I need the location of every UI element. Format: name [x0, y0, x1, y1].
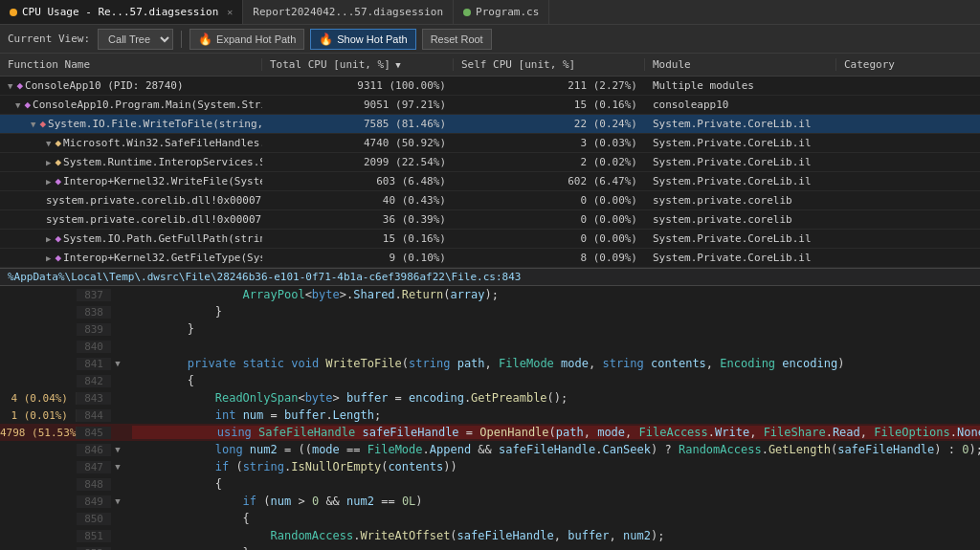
- table-row[interactable]: ▼ ◆ ConsoleApp10.Program.Main(System.Str…: [0, 96, 980, 115]
- expand-arrow[interactable]: ▶: [46, 177, 51, 187]
- line-content-851: RandomAccess.WriteAtOffset(safeFileHandl…: [124, 529, 664, 542]
- line-num-849: 849: [77, 495, 111, 508]
- table-row[interactable]: ▶ ◆ Interop+Kernel32.WriteFile(System.Ru…: [0, 172, 980, 191]
- line-content-841: private static void WriteToFile(string p…: [124, 357, 844, 370]
- line-content-846: long num2 = ((mode == FileMode.Append &&…: [124, 443, 980, 456]
- line-content-844: int num = buffer.Length;: [124, 408, 381, 422]
- row-6-module: system.private.corelib: [645, 194, 836, 207]
- row-5-total: 603 (6.48%): [262, 175, 454, 187]
- table-row[interactable]: system.private.corelib.dll!0x00007ff8cf9…: [0, 191, 980, 210]
- func-icon: ◆: [39, 118, 46, 130]
- line-num-846: 846: [77, 444, 111, 456]
- row-4-module: System.Private.CoreLib.il: [645, 156, 836, 168]
- code-line-848: 848 {: [0, 475, 980, 493]
- row-8-total: 15 (0.16%): [262, 232, 454, 245]
- line-meta-844: 1 (0.01%): [0, 409, 77, 422]
- line-meta-843: 4 (0.04%): [0, 392, 77, 405]
- th-category[interactable]: Category: [836, 58, 980, 71]
- th-module[interactable]: Module: [645, 58, 836, 71]
- current-view-label: Current View:: [8, 33, 90, 45]
- line-num-844: 844: [77, 409, 111, 422]
- line-content-843: ReadOnlySpan<byte> buffer = encoding.Get…: [124, 391, 568, 405]
- th-self-cpu[interactable]: Self CPU [unit, %]: [454, 58, 645, 71]
- row-9-total: 9 (0.10%): [262, 252, 454, 264]
- row-2-func: System.IO.File.WriteToFile(string, Syste…: [48, 118, 262, 130]
- show-hot-path-label: Show Hot Path: [337, 33, 407, 45]
- row-8-func: System.IO.Path.GetFullPath(string): [63, 232, 262, 245]
- row-0-func: ConsoleApp10 (PID: 28740): [25, 79, 184, 92]
- line-num-851: 851: [77, 530, 111, 542]
- hot-icon: 🔥: [319, 33, 333, 46]
- expand-arrow[interactable]: ▶: [46, 158, 51, 167]
- row-3-func: Microsoft.Win32.SafeFileHandles.SafeFile…: [63, 137, 262, 149]
- row-0-self: 211 (2.27%): [454, 79, 645, 92]
- row-1-func: ConsoleApp10.Program.Main(System.String[…: [33, 99, 262, 111]
- expand-hot-path-label: Expand Hot Path: [216, 33, 296, 45]
- tab-close-cpu[interactable]: ✕: [227, 7, 233, 17]
- row-2-name: ▼ ◆ System.IO.File.WriteToFile(string, S…: [0, 118, 262, 130]
- row-3-self: 3 (0.03%): [454, 137, 645, 149]
- tab-label-report: Report2024042...57.diagsession: [253, 6, 443, 18]
- row-3-name: ▼ ◆ Microsoft.Win32.SafeFileHandles.Safe…: [0, 137, 262, 149]
- th-total-cpu[interactable]: Total CPU [unit, %]: [262, 58, 454, 71]
- row-3-module: System.Private.CoreLib.il: [645, 137, 836, 149]
- expand-arrow[interactable]: ▶: [46, 253, 51, 263]
- current-view-select[interactable]: Call Tree: [98, 29, 173, 50]
- row-8-name: ▶ ◆ System.IO.Path.GetFullPath(string): [0, 232, 262, 245]
- line-arrow-849: ▼: [111, 496, 124, 506]
- expand-hot-path-button[interactable]: 🔥 Expand Hot Path: [189, 29, 304, 50]
- line-content-849: if (num > 0 && num2 == 0L): [124, 495, 423, 508]
- row-0-total: 9311 (100.00%): [262, 79, 454, 92]
- row-1-name: ▼ ◆ ConsoleApp10.Program.Main(System.Str…: [0, 99, 262, 111]
- tab-dot-orange: [10, 9, 17, 16]
- line-meta-845: 4798 (51.53%): [0, 427, 77, 439]
- func-icon: ◆: [55, 137, 61, 149]
- table-row[interactable]: ▶ ◆ System.Runtime.InteropServices.SafeH…: [0, 153, 980, 172]
- show-hot-path-button[interactable]: 🔥 Show Hot Path: [310, 29, 415, 50]
- row-9-func: Interop+Kernel32.GetFileType(System.Runt…: [63, 252, 262, 264]
- row-9-self: 8 (0.09%): [454, 252, 645, 264]
- table-row[interactable]: ▼ ◆ ConsoleApp10 (PID: 28740) 9311 (100.…: [0, 77, 980, 96]
- row-7-self: 0 (0.00%): [454, 213, 645, 226]
- expand-arrow[interactable]: ▼: [46, 139, 51, 148]
- tab-dot-green: [463, 9, 471, 16]
- table-row[interactable]: ▶ ◆ Interop+Kernel32.GetFileType(System.…: [0, 249, 980, 268]
- reset-root-label: Reset Root: [431, 33, 483, 45]
- row-2-total: 7585 (81.46%): [262, 118, 454, 130]
- line-num-845: 845: [77, 427, 111, 439]
- row-7-module: system.private.corelib: [645, 213, 836, 226]
- tab-label-cpu: CPU Usage - Re...57.diagsession: [22, 6, 218, 18]
- line-content-845: using SafeFileHandle safeFileHandle = Op…: [124, 426, 980, 439]
- tab-programcs[interactable]: Program.cs: [454, 0, 549, 24]
- expand-arrow[interactable]: ▼: [15, 100, 20, 110]
- code-line-838: 838 }: [0, 303, 980, 320]
- code-line-845: 4798 (51.53%) 845 using SafeFileHandle s…: [0, 424, 980, 441]
- func-icon: ◆: [55, 252, 61, 264]
- row-4-name: ▶ ◆ System.Runtime.InteropServices.SafeH…: [0, 156, 262, 168]
- table-row[interactable]: ▶ ◆ System.IO.Path.GetFullPath(string) 1…: [0, 230, 980, 249]
- row-8-self: 0 (0.00%): [454, 232, 645, 245]
- table-row[interactable]: ▼ ◆ Microsoft.Win32.SafeFileHandles.Safe…: [0, 134, 980, 153]
- row-1-self: 15 (0.16%): [454, 99, 645, 111]
- row-2-self: 22 (0.24%): [454, 118, 645, 130]
- table-row[interactable]: ▼ ◆ System.IO.File.WriteToFile(string, S…: [0, 115, 980, 134]
- row-4-self: 2 (0.02%): [454, 156, 645, 168]
- row-1-total: 9051 (97.21%): [262, 99, 454, 111]
- tab-report[interactable]: Report2024042...57.diagsession: [243, 0, 454, 24]
- code-line-840: 840: [0, 338, 980, 355]
- line-arrow-841: ▼: [111, 359, 124, 368]
- table-row[interactable]: system.private.corelib.dll!0x00007ff8cf7…: [0, 210, 980, 230]
- row-5-module: System.Private.CoreLib.il: [645, 175, 836, 187]
- line-num-840: 840: [77, 341, 111, 353]
- code-line-843: 4 (0.04%) 843 ReadOnlySpan<byte> buffer …: [0, 389, 980, 407]
- row-3-total: 4740 (50.92%): [262, 137, 454, 149]
- expand-arrow[interactable]: ▼: [8, 81, 12, 91]
- line-content-850: {: [124, 512, 250, 525]
- expand-arrow[interactable]: ▶: [46, 234, 51, 244]
- tab-cpu-usage[interactable]: CPU Usage - Re...57.diagsession ✕: [0, 0, 243, 24]
- row-4-total: 2099 (22.54%): [262, 156, 454, 168]
- expand-arrow[interactable]: ▼: [31, 120, 35, 129]
- reset-root-button[interactable]: Reset Root: [422, 29, 492, 50]
- code-line-849: 849 ▼ if (num > 0 && num2 == 0L): [0, 493, 980, 510]
- func-icon: ◆: [16, 79, 23, 92]
